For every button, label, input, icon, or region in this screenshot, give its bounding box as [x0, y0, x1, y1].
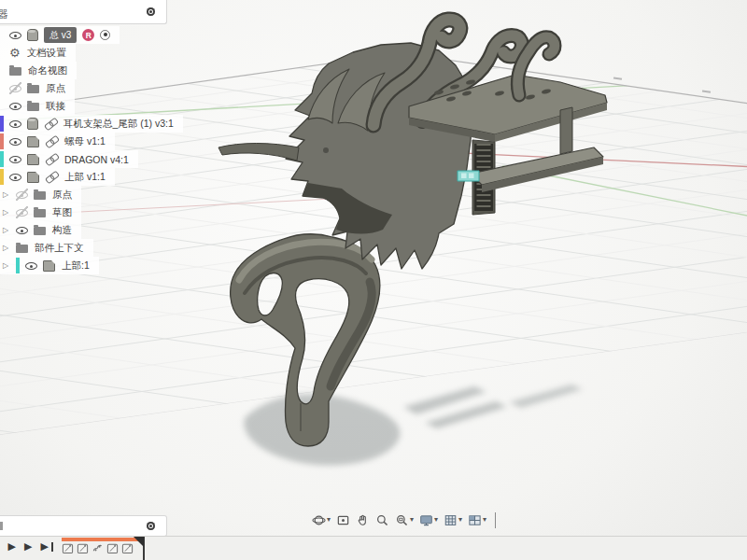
tree-row-label: 原点: [52, 189, 72, 202]
tree-row-label: 原点: [46, 82, 65, 95]
expand-arrow-icon[interactable]: ▷: [3, 191, 10, 199]
collapsed-panel-bar[interactable]: [0, 515, 167, 537]
timeline-playhead-marker[interactable]: [134, 537, 144, 547]
folder-icon: [16, 245, 28, 253]
tree-row[interactable]: ▷原点: [0, 186, 81, 203]
tree-row-label: 上部 v1:1: [64, 171, 106, 184]
dragon-headphone-stand-model[interactable]: [218, 20, 607, 446]
timeline-feature-component-icon[interactable]: [62, 542, 74, 554]
visibility-eye-icon[interactable]: [9, 153, 21, 165]
link-icon: [41, 115, 59, 133]
tree-row[interactable]: 联接: [0, 97, 75, 115]
tree-row[interactable]: ▷草图: [0, 203, 81, 221]
tree-row[interactable]: 螺母 v1:1: [0, 133, 115, 150]
tree-row[interactable]: 原点: [0, 79, 75, 97]
dropdown-caret-icon[interactable]: ▾: [458, 516, 462, 524]
grid-and-snaps-icon[interactable]: ▾: [443, 512, 463, 528]
visibility-eye-icon[interactable]: [9, 171, 21, 183]
link-icon: [42, 150, 60, 168]
timeline-highlight-bar: [62, 538, 140, 541]
timeline-feature-component-icon[interactable]: [77, 542, 89, 554]
selected-component-highlight: [458, 171, 479, 181]
tree-row-label: DRAGON v4:1: [64, 154, 129, 165]
cad-application-window: 浏览器 总 v3 R ⚙文档设置命名视图原点联接耳机支架总_尾部 (1) v3:…: [0, 0, 747, 560]
display-settings-icon[interactable]: ▾: [418, 512, 439, 528]
folder-icon: [34, 191, 46, 200]
tree-row-label: 耳机支架总_尾部 (1) v3:1: [63, 118, 174, 131]
expand-arrow-icon[interactable]: ▷: [3, 262, 10, 270]
visibility-eye-icon[interactable]: [9, 82, 21, 94]
tree-row[interactable]: ⚙文档设置: [0, 44, 76, 62]
panel-menu-icon[interactable]: [147, 7, 155, 16]
tree-row-root[interactable]: 总 v3 R: [0, 26, 120, 44]
root-document-badge[interactable]: 总 v3: [44, 27, 77, 43]
browser-panel-header[interactable]: 浏览器: [0, 0, 167, 24]
body-icon: [27, 29, 38, 41]
link-icon: [42, 168, 60, 186]
tree-row[interactable]: DRAGON v4:1: [0, 150, 138, 168]
go-to-end-button[interactable]: ▶: [40, 540, 48, 553]
timeline-playback-controls: ◀▶▶▶: [0, 540, 53, 553]
plate-support: [560, 107, 572, 154]
expand-arrow-icon[interactable]: ▷: [3, 209, 10, 217]
tree-row-label: 联接: [46, 100, 65, 113]
step-forward-button[interactable]: ▶: [24, 540, 32, 553]
visibility-eye-icon[interactable]: [9, 118, 21, 130]
component-icon: [27, 136, 39, 147]
clipped-label-stub: [0, 522, 3, 530]
component-icon: [27, 154, 39, 165]
dropdown-caret-icon[interactable]: ▾: [434, 516, 438, 524]
visibility-eye-icon[interactable]: [9, 135, 21, 147]
viewports-icon[interactable]: ▾: [467, 512, 487, 528]
timeline-feature-joint-icon[interactable]: [92, 542, 104, 554]
zoom-window-icon[interactable]: ▾: [394, 512, 415, 528]
visibility-eye-icon[interactable]: [16, 206, 28, 218]
collaborator-avatar[interactable]: R: [82, 29, 94, 41]
expand-arrow-icon[interactable]: ▷: [3, 227, 10, 234]
visibility-eye-icon[interactable]: [16, 224, 28, 236]
tree-row[interactable]: 耳机支架总_尾部 (1) v3:1: [0, 115, 183, 133]
activate-component-radio[interactable]: [100, 30, 110, 40]
component-color-bar: [0, 151, 4, 167]
browser-tree: ⚙文档设置命名视图原点联接耳机支架总_尾部 (1) v3:1螺母 v1:1DRA…: [0, 44, 243, 274]
tree-row-label: 命名视图: [28, 64, 67, 77]
tree-row-label: 上部:1: [62, 259, 90, 273]
tree-row[interactable]: ▷部件上下文: [0, 239, 93, 257]
dropdown-caret-icon[interactable]: ▾: [327, 516, 331, 524]
folder-icon: [34, 227, 46, 235]
dragon-eye: [323, 147, 329, 153]
visibility-eye-icon[interactable]: [9, 100, 21, 112]
tree-row-label: 部件上下文: [35, 242, 84, 255]
tree-row-label: 文档设置: [27, 47, 66, 60]
toolbar-divider: [495, 512, 496, 528]
tree-row[interactable]: 命名视图: [0, 62, 77, 79]
expand-arrow-icon[interactable]: ▷: [3, 245, 10, 252]
body-icon: [27, 118, 38, 130]
folder-icon: [34, 209, 46, 217]
tree-row[interactable]: ▷上部:1: [0, 257, 99, 274]
tree-row[interactable]: 上部 v1:1: [0, 168, 115, 186]
folder-icon: [27, 85, 39, 93]
link-icon: [42, 133, 60, 150]
tree-row-label: 螺母 v1:1: [64, 135, 106, 148]
component-color-bar: [0, 116, 4, 132]
timeline-feature-component-icon[interactable]: [106, 542, 119, 554]
component-icon: [43, 260, 55, 272]
visibility-eye-icon[interactable]: [16, 189, 28, 201]
component-icon: [27, 172, 39, 183]
panel-menu-icon[interactable]: [147, 522, 155, 530]
zoom-icon[interactable]: [374, 512, 390, 528]
dropdown-caret-icon[interactable]: ▾: [483, 516, 486, 524]
look-at-icon[interactable]: [335, 512, 351, 528]
tree-row[interactable]: ▷构造: [0, 221, 81, 239]
visibility-eye-icon[interactable]: [9, 29, 21, 41]
folder-icon: [27, 103, 39, 111]
orbit-icon[interactable]: ▾: [311, 512, 331, 528]
go-to-end-bar: [51, 542, 53, 552]
visibility-eye-icon[interactable]: [25, 259, 37, 272]
timeline-feature-component-icon[interactable]: [121, 542, 134, 554]
dropdown-caret-icon[interactable]: ▾: [410, 516, 414, 524]
play-button[interactable]: ▶: [7, 540, 15, 553]
gear-icon: ⚙: [9, 47, 21, 59]
pan-icon[interactable]: [355, 512, 371, 528]
